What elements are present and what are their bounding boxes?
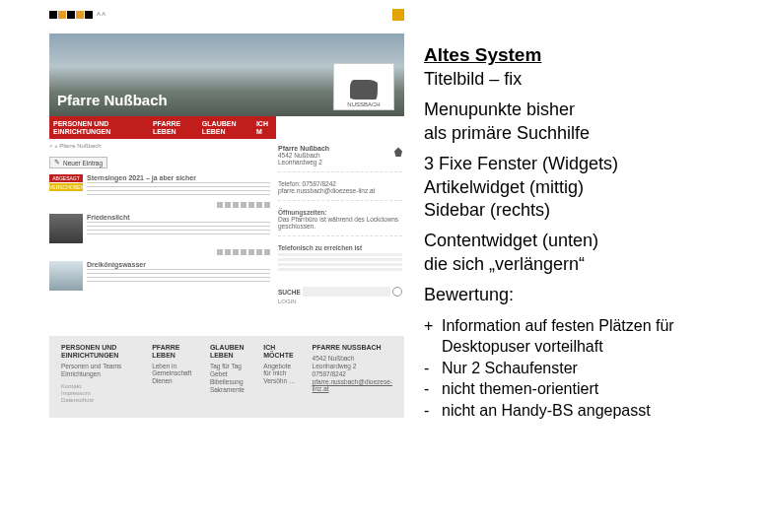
hero-image: Pfarre Nußbach NUSSBACH <box>49 33 404 116</box>
notes-line: 3 Fixe Fenster (Widgets) <box>424 153 749 175</box>
login-link[interactable]: LOGIN <box>278 299 402 304</box>
sidebar-title: Pfarre Nußbach <box>278 145 402 152</box>
menu-item[interactable]: PERSONEN UND EINRICHTUNGEN <box>53 120 147 135</box>
notes-heading: Altes System <box>424 44 749 66</box>
article-action-icons[interactable] <box>49 202 270 210</box>
new-entry-button[interactable]: ✎ Neuer Eintrag <box>49 157 107 168</box>
notes-line: Artikelwidget (mittig) <box>424 176 749 199</box>
search-row: SUCHE <box>278 287 402 297</box>
hero-badge-label: NUSSBACH <box>347 101 380 107</box>
topbar-logo: A A <box>49 11 105 19</box>
notes-line: Sidebar (rechts) <box>424 199 749 222</box>
menu-item[interactable]: ICH M <box>256 120 272 135</box>
article-thumb <box>49 261 83 291</box>
notes-line: Menupunkte bisher <box>424 99 749 121</box>
search-icon[interactable] <box>392 287 402 297</box>
hero-title: Pfarre Nußbach <box>57 92 168 108</box>
sidebar-widget: Pfarre Nußbach 4542 Nußbach Leonhardweg … <box>276 141 404 308</box>
content-widget-footer: PERSONEN UND EINRICHTUNGEN Personen und … <box>49 336 404 417</box>
screenshot-topbar: A A <box>49 8 404 22</box>
menu-item[interactable]: GLAUBEN LEBEN <box>202 120 250 135</box>
notes-line: Contentwidget (unten) <box>424 230 749 252</box>
article-action-icons[interactable] <box>49 249 270 257</box>
notes-line: als primäre Suchhilfe <box>424 122 749 145</box>
article-title: Friedenslicht <box>87 214 270 221</box>
search-label: SUCHE <box>278 289 301 296</box>
menu-item[interactable]: PFARRE LEBEN <box>153 120 196 135</box>
topbar-accent-box <box>392 9 404 21</box>
article-title: Dreikönigswasser <box>87 261 270 268</box>
article-title: Sternsingen 2021 – ja aber sicher <box>87 174 270 181</box>
article-thumb <box>49 214 83 243</box>
notes-line: Titelbild – fix <box>424 68 749 91</box>
article-row[interactable]: Dreikönigswasser <box>49 261 270 291</box>
evaluation-bullets: +Information auf festen Plätzen für Desk… <box>424 315 749 422</box>
breadcrumb: < « Pfarre Nußbach <box>49 143 270 149</box>
article-status-badges: ABGESAGT VERSCHOBEN <box>49 174 83 196</box>
annotation-column: Altes System Titelbild – fix Menupunkte … <box>414 0 769 532</box>
pencil-icon: ✎ <box>54 159 60 166</box>
notes-line: Bewertung: <box>424 284 749 306</box>
article-row[interactable]: ABGESAGT VERSCHOBEN Sternsingen 2021 – j… <box>49 174 270 196</box>
article-row[interactable]: Friedenslicht <box>49 214 270 243</box>
hero-parish-badge: NUSSBACH <box>333 63 394 110</box>
search-input[interactable] <box>303 287 390 297</box>
notes-line: die sich „verlängern“ <box>424 253 749 276</box>
article-widget: < « Pfarre Nußbach ✎ Neuer Eintrag ABGES… <box>49 141 276 308</box>
main-menu[interactable]: PERSONEN UND EINRICHTUNGEN PFARRE LEBEN … <box>49 116 276 139</box>
sub-breadcrumb: . <box>49 26 404 32</box>
